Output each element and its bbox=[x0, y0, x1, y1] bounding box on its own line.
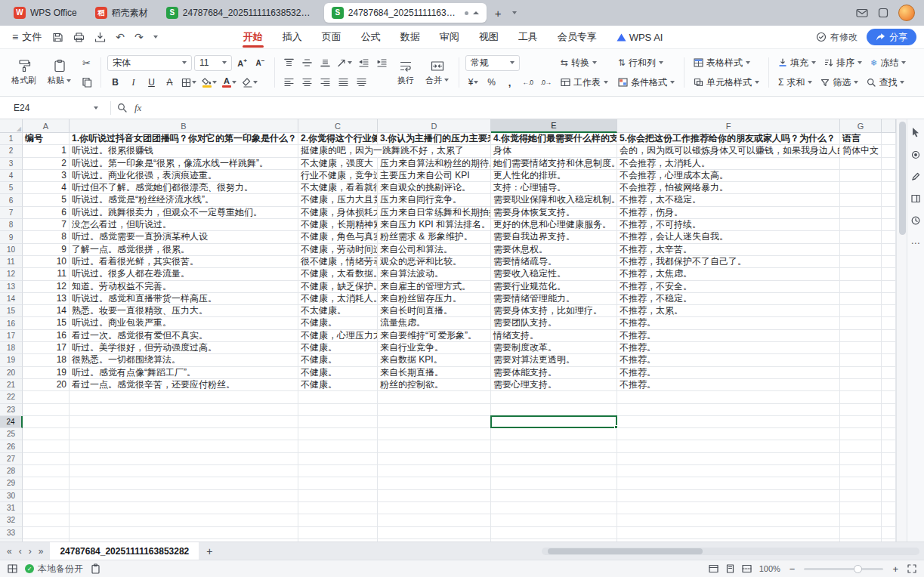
currency-format-button[interactable]: ¥ bbox=[465, 75, 481, 91]
font-color-button[interactable]: A bbox=[221, 75, 238, 91]
cell-C33[interactable] bbox=[298, 527, 378, 539]
row-header-34[interactable]: 34 bbox=[0, 539, 23, 542]
cell-E24[interactable] bbox=[491, 416, 617, 428]
row-header-7[interactable]: 7 bbox=[0, 207, 23, 219]
cell-G12[interactable] bbox=[840, 268, 882, 280]
cell-G3[interactable] bbox=[840, 158, 882, 170]
menu-tab-10[interactable]: WPS AI bbox=[607, 26, 673, 48]
cell-C14[interactable]: 不健康，太消耗人。 bbox=[298, 293, 378, 305]
vertical-scrollbar-thumb[interactable] bbox=[899, 122, 906, 235]
backup-status[interactable]: ✓ 本地备份开 bbox=[25, 563, 83, 575]
history-clock-icon[interactable] bbox=[911, 216, 920, 225]
window-tab-1[interactable]: WWPS Office bbox=[6, 3, 85, 23]
cell-B16[interactable]: 听说过。商业包装严重。 bbox=[70, 317, 298, 329]
cell-C3[interactable]: 不太健康，强度大 bbox=[298, 158, 378, 170]
cell-G26[interactable] bbox=[840, 440, 882, 452]
row-header-13[interactable]: 13 bbox=[0, 281, 23, 293]
cell-E28[interactable] bbox=[491, 465, 617, 477]
horizontal-scrollbar[interactable] bbox=[542, 548, 919, 555]
cell-E22[interactable] bbox=[491, 391, 617, 403]
sheet-tab-1[interactable]: 24787684_20251111163853282 bbox=[50, 542, 199, 560]
cell-D31[interactable] bbox=[378, 502, 491, 514]
cell-D15[interactable]: 来自长时间直播。 bbox=[378, 305, 491, 317]
normal-view-icon[interactable] bbox=[709, 564, 718, 573]
text-orientation-button[interactable] bbox=[335, 55, 354, 71]
menu-tab-9[interactable]: 会员专享 bbox=[548, 26, 607, 48]
cell-G31[interactable] bbox=[840, 502, 882, 514]
cell-F29[interactable] bbox=[617, 477, 840, 489]
copy-button[interactable] bbox=[79, 75, 94, 91]
row-header-32[interactable]: 32 bbox=[0, 514, 23, 526]
grid-icon[interactable] bbox=[8, 564, 17, 573]
cell-D20[interactable]: 来自长期直播。 bbox=[378, 367, 491, 379]
worksheet-button[interactable]: 工作表 bbox=[558, 75, 611, 91]
cell-G8[interactable] bbox=[840, 219, 882, 231]
menu-tab-4[interactable]: 公式 bbox=[351, 26, 391, 48]
share-button[interactable]: 分享 bbox=[867, 29, 916, 45]
bold-button[interactable]: B bbox=[107, 75, 123, 91]
cell-G20[interactable] bbox=[840, 367, 882, 379]
paste-button[interactable]: 粘贴 bbox=[44, 51, 75, 94]
cell-C9[interactable]: 不健康，角色与真实 bbox=[298, 231, 378, 243]
row-header-24[interactable]: 24 bbox=[0, 416, 23, 428]
cell-E14[interactable]: 需要情绪管理能力。 bbox=[491, 293, 617, 305]
cell-E23[interactable] bbox=[491, 404, 617, 416]
cell-F30[interactable] bbox=[617, 490, 840, 502]
column-header-F[interactable]: F bbox=[617, 119, 840, 133]
pen-icon[interactable] bbox=[911, 172, 920, 181]
cell-E19[interactable]: 需要对算法更透明。 bbox=[491, 354, 617, 366]
cell-A14[interactable]: 13 bbox=[23, 293, 70, 305]
cell-G32[interactable] bbox=[840, 514, 882, 526]
cell-F15[interactable]: 不推荐，太累。 bbox=[617, 305, 840, 317]
cell-B10[interactable]: 了解一点。感觉很拼，很累。 bbox=[70, 244, 298, 256]
menu-tab-2[interactable]: 插入 bbox=[273, 26, 312, 48]
row-header-26[interactable]: 26 bbox=[0, 440, 23, 452]
new-tab-button[interactable]: + bbox=[490, 7, 507, 20]
find-button[interactable]: 查找 bbox=[864, 75, 907, 91]
menu-tab-7[interactable]: 视图 bbox=[469, 26, 508, 48]
sheet-prev-icon[interactable]: ‹ bbox=[19, 546, 22, 557]
print-button[interactable] bbox=[73, 32, 85, 43]
cell-F19[interactable]: 不推荐。 bbox=[617, 354, 840, 366]
borders-button[interactable] bbox=[180, 75, 198, 91]
fill-color-button[interactable] bbox=[200, 75, 218, 91]
cell-F6[interactable]: 不推荐，太不稳定。 bbox=[617, 194, 840, 206]
indent-increase-button[interactable] bbox=[374, 55, 390, 71]
cell-C1[interactable]: 2.你觉得这个行业健 bbox=[298, 133, 378, 145]
row-header-8[interactable]: 8 bbox=[0, 219, 23, 231]
cell-A28[interactable] bbox=[23, 465, 70, 477]
valign-bottom-button[interactable] bbox=[317, 55, 333, 71]
strikethrough-button[interactable]: A bbox=[162, 75, 178, 91]
cell-A1[interactable]: 编号 bbox=[23, 133, 70, 145]
cell-G11[interactable] bbox=[840, 256, 882, 268]
cell-C16[interactable]: 不健康。 bbox=[298, 317, 378, 329]
cell-E1[interactable]: 4.你觉得她们最需要什么样的支持 bbox=[491, 133, 617, 145]
cell-G2[interactable]: 简体中文 bbox=[840, 145, 882, 157]
column-header-C[interactable]: C bbox=[298, 119, 378, 133]
cell-F5[interactable]: 不会推荐，怕被网络暴力。 bbox=[617, 182, 840, 194]
row-header-5[interactable]: 5 bbox=[0, 182, 23, 194]
cell-E30[interactable] bbox=[491, 490, 617, 502]
sort-button[interactable]: 排序 bbox=[821, 55, 865, 71]
cell-D25[interactable] bbox=[378, 428, 491, 440]
column-header-E[interactable]: E bbox=[491, 119, 617, 133]
cell-D9[interactable]: 粉丝需求 & 形象维护。 bbox=[378, 231, 491, 243]
cell-B5[interactable]: 听过但不了解。感觉她们都很漂亮、很努力。 bbox=[70, 182, 298, 194]
cell-B15[interactable]: 熟悉。妆要一直很精致、压力大。 bbox=[70, 305, 298, 317]
cell-G24[interactable] bbox=[840, 416, 882, 428]
cell-D14[interactable]: 来自粉丝留存压力。 bbox=[378, 293, 491, 305]
cell-G30[interactable] bbox=[840, 490, 882, 502]
row-header-19[interactable]: 19 bbox=[0, 354, 23, 366]
cell-G19[interactable] bbox=[840, 354, 882, 366]
cell-A25[interactable] bbox=[23, 428, 70, 440]
cell-F20[interactable]: 不推荐。 bbox=[617, 367, 840, 379]
cell-D26[interactable] bbox=[378, 440, 491, 452]
cell-G28[interactable] bbox=[840, 465, 882, 477]
cell-G14[interactable] bbox=[840, 293, 882, 305]
conditional-format-button[interactable]: 条件格式 bbox=[615, 75, 678, 91]
cell-A9[interactable]: 8 bbox=[23, 231, 70, 243]
column-header-D[interactable]: D bbox=[378, 119, 491, 133]
sheet-next-icon[interactable]: › bbox=[29, 546, 32, 557]
decrease-font-button[interactable]: A− bbox=[252, 55, 268, 71]
menu-tab-5[interactable]: 数据 bbox=[391, 26, 430, 48]
